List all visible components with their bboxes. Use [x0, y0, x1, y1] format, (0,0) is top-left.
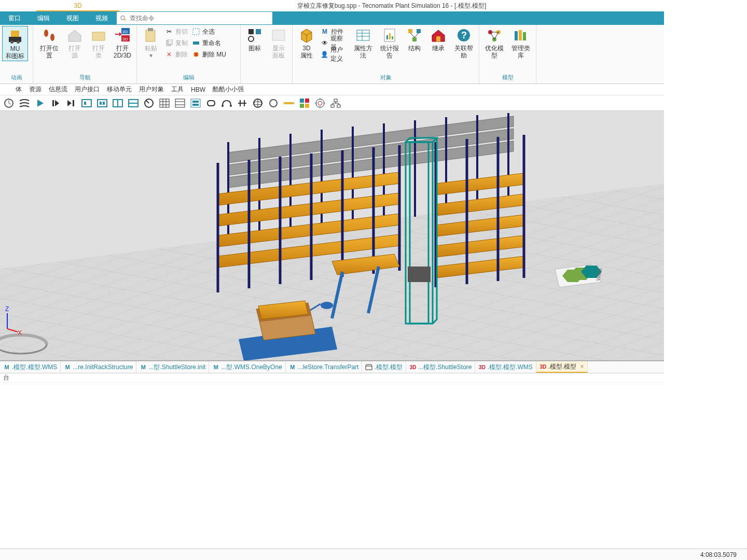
mu-and-icons-button[interactable]: MU 和图标	[2, 26, 28, 61]
document-tab[interactable]: M.模型.模型.WMS	[0, 361, 61, 373]
document-tab[interactable]: M...leStore.TransferPart	[286, 361, 363, 373]
inherit-button[interactable]: 继承	[426, 26, 450, 53]
open-position-label: 打开位置	[38, 45, 60, 59]
document-tab[interactable]: .模型.模型	[362, 361, 406, 373]
tool-grid-icon[interactable]	[158, 96, 171, 110]
classbar-item[interactable]: 工具	[171, 85, 184, 94]
tool-frame2-icon[interactable]	[95, 96, 109, 110]
open-class-button[interactable]: 打开类	[87, 26, 110, 60]
menu-view[interactable]: 视图	[58, 11, 87, 25]
svg-rect-4	[11, 31, 19, 37]
svg-text:Z: Z	[5, 305, 9, 313]
document-tab[interactable]: 3D...模型.ShuttleStore	[406, 361, 475, 373]
select-all-button[interactable]: 全选	[190, 26, 228, 37]
tool-gauge-icon[interactable]	[142, 96, 156, 110]
optimize-model-button[interactable]: 优化模型	[481, 26, 508, 60]
3d-viewport[interactable]: WMS Z X	[0, 111, 664, 361]
svg-rect-25	[386, 35, 388, 39]
tool-globe-icon[interactable]	[251, 96, 265, 110]
close-tab-icon[interactable]: ×	[580, 363, 584, 370]
svg-rect-41	[52, 100, 54, 106]
svg-point-21	[248, 36, 254, 41]
tool-skip-icon[interactable]	[64, 96, 78, 110]
paste-button[interactable]: 粘贴 ▾	[139, 26, 163, 60]
tool-flow-icon[interactable]	[18, 96, 31, 110]
document-tab[interactable]: M...型.ShuttleStore.init	[136, 361, 209, 373]
rename-button[interactable]: 重命名	[190, 37, 228, 49]
tool-list-icon[interactable]	[173, 96, 187, 110]
simulation-toolbar	[0, 95, 664, 111]
document-tab-label: .模型.模型.WMS	[12, 363, 57, 372]
select-all-icon	[192, 27, 200, 36]
menu-window[interactable]: 窗口	[0, 11, 29, 25]
inherit-icon	[430, 27, 447, 44]
property-method-button[interactable]: 属性方法	[350, 26, 377, 60]
tool-circle-icon[interactable]	[267, 96, 280, 110]
cut-button[interactable]: ✂剪切	[163, 26, 190, 37]
3d-tab-icon: 3D	[478, 363, 486, 371]
document-tab[interactable]: M...re.InitRackStructure	[61, 361, 136, 373]
classbar-item[interactable]: 体	[16, 85, 22, 94]
tool-link-icon[interactable]	[204, 96, 218, 110]
classbar-item[interactable]: 信息流	[49, 85, 67, 94]
userdef-button[interactable]: 👤用户定义	[319, 49, 350, 60]
document-tab[interactable]: M...型.WMS.OneByOne	[209, 361, 285, 373]
tool-target-icon[interactable]	[313, 96, 327, 110]
open-2d3d-button[interactable]: 2D3D 打开 2D/3D	[110, 26, 134, 60]
3d-properties-button[interactable]: 3D 属性	[295, 26, 319, 60]
classbar-item[interactable]: 用户对象	[139, 85, 164, 94]
tool-connector-icon[interactable]	[220, 96, 233, 110]
tool-frame3-icon[interactable]	[111, 96, 125, 110]
copy-button[interactable]: 复制	[163, 37, 190, 49]
manage-classlib-button[interactable]: 管理类库	[508, 26, 534, 60]
3d-properties-label: 3D 属性	[300, 45, 313, 59]
tool-frame4-icon[interactable]	[127, 96, 140, 110]
show-panel-button[interactable]: 显示面板	[267, 26, 290, 60]
command-search[interactable]	[117, 12, 272, 24]
show-panel-label: 显示面板	[270, 45, 287, 59]
menu-video[interactable]: 视频	[87, 11, 116, 25]
tool-play-icon[interactable]	[33, 96, 47, 110]
3d-box-icon	[298, 27, 315, 44]
svg-rect-52	[175, 99, 185, 107]
document-tab[interactable]: 3D.模型.模型×	[536, 361, 588, 373]
menu-edit[interactable]: 编辑	[29, 11, 58, 25]
structure-button[interactable]: 结构	[403, 26, 426, 53]
open-source-button[interactable]: 打开源	[63, 26, 87, 60]
warehouse-scene: WMS Z X	[0, 111, 664, 361]
stat-report-button[interactable]: 统计报告	[377, 26, 403, 60]
svg-rect-22	[272, 30, 285, 40]
tool-step-icon[interactable]	[49, 96, 62, 110]
assoc-help-button[interactable]: ? 关联帮助	[450, 26, 477, 60]
svg-rect-70	[337, 105, 340, 107]
tool-eventcontroller-icon[interactable]	[2, 96, 16, 110]
rename-icon	[192, 39, 200, 47]
classbar-item[interactable]: 用户接口	[75, 85, 100, 94]
open-source-label: 打开源	[66, 45, 84, 59]
tool-frame1-icon[interactable]	[80, 96, 93, 110]
tool-stack-icon[interactable]	[189, 96, 202, 110]
classbar-item[interactable]: HBW	[191, 86, 205, 93]
document-tab[interactable]: 3D.模型.模型.WMS	[475, 361, 536, 373]
structure-label: 结构	[408, 45, 421, 52]
classbar-item[interactable]: 资源	[29, 85, 42, 94]
icons-button[interactable]: 图标	[243, 26, 267, 53]
open-position-button[interactable]: 打开位置	[35, 26, 63, 60]
open-class-label: 打开类	[90, 45, 107, 59]
console-label: 台	[0, 373, 664, 383]
delete-button[interactable]: ✕删除	[163, 49, 190, 60]
svg-point-3	[17, 40, 20, 44]
tool-network-icon[interactable]	[329, 96, 342, 110]
context-tab-3d[interactable]: 3D	[36, 0, 119, 11]
delete-mu-button[interactable]: 删除 MU	[190, 49, 228, 60]
search-input[interactable]	[130, 15, 272, 22]
tool-line-icon[interactable]	[282, 96, 296, 110]
method-tab-icon: M	[289, 363, 296, 371]
tool-align-icon[interactable]	[236, 96, 249, 110]
classbar-item[interactable]: 酷酷小小强	[213, 85, 244, 94]
svg-rect-16	[193, 29, 199, 35]
optimize-icon	[486, 27, 503, 44]
classbar-item[interactable]: 移动单元	[107, 85, 132, 94]
tool-palette-icon[interactable]	[298, 96, 311, 110]
svg-rect-7	[92, 32, 105, 40]
